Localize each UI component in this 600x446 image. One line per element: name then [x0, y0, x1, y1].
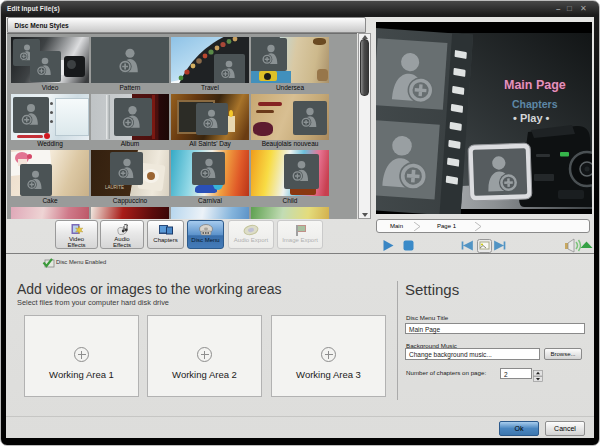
svg-text:• Play •: • Play •	[513, 112, 550, 124]
svg-text:Main Page: Main Page	[504, 78, 566, 92]
svg-text:Chapters: Chapters	[512, 98, 558, 110]
